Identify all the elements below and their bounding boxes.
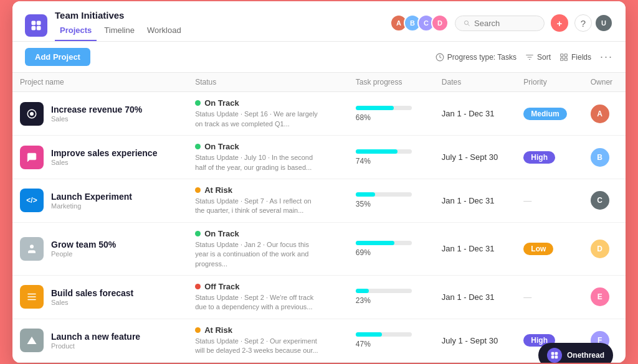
progress-bar-bg-1 <box>356 106 412 110</box>
table-row[interactable]: Improve sales experience Sales On Track … <box>12 136 626 179</box>
add-button[interactable]: + <box>551 14 568 32</box>
project-cell-3[interactable]: </> Launch Experiment Marketing <box>12 179 188 223</box>
svg-rect-18 <box>551 355 555 358</box>
progress-cell-6: 47% <box>348 319 434 362</box>
status-update-5: Status Update · Sept 2 · We're off track… <box>195 293 320 312</box>
status-type-4: On Track <box>204 229 239 238</box>
dates-cell-5: Jan 1 - Dec 31 <box>434 275 517 319</box>
status-type-6: At Risk <box>204 325 232 335</box>
project-cell-5[interactable]: Build sales forecast Sales <box>12 275 188 319</box>
progress-pct-1: 68% <box>356 113 371 122</box>
progress-bar-fill-6 <box>356 332 382 337</box>
project-team-6: Product <box>51 342 140 350</box>
table-row[interactable]: Build sales forecast Sales Off Track Sta… <box>12 275 626 319</box>
table-row[interactable]: Grow team 50% People On Track Status Upd… <box>12 222 626 275</box>
nav-timeline[interactable]: Timeline <box>99 23 140 41</box>
onethread-logo <box>547 348 562 363</box>
status-type-1: On Track <box>204 98 239 108</box>
priority-cell-3: — <box>516 179 583 223</box>
progress-cell-1: 68% <box>348 92 434 136</box>
add-project-button[interactable]: Add Project <box>25 48 90 66</box>
help-button[interactable]: ? <box>574 14 592 32</box>
progress-pct-3: 35% <box>356 200 371 208</box>
owner-avatar-4: D <box>591 240 609 258</box>
header-nav: Projects Timeline Workload <box>55 23 186 41</box>
user-avatar: U <box>594 14 613 32</box>
status-cell-6: At Risk Status Update · Sept 2 · Our exp… <box>188 319 348 362</box>
project-icon-4 <box>20 237 44 261</box>
priority-badge: High <box>523 151 555 164</box>
table-row[interactable]: Launch a new feature Product At Risk Sta… <box>12 319 626 362</box>
svg-rect-2 <box>32 26 36 30</box>
status-dot-6 <box>195 327 201 333</box>
svg-rect-1 <box>37 21 41 26</box>
svg-point-11 <box>30 245 34 248</box>
project-name-3: Launch Experiment <box>51 192 132 202</box>
projects-table: Project name Status Task progress Dates … <box>12 73 626 362</box>
project-team-5: Sales <box>51 299 133 306</box>
priority-cell-2: High <box>516 136 583 179</box>
header-right: A B C D + ? U <box>390 14 613 37</box>
onethread-label: Onethread <box>567 351 604 360</box>
col-priority: Priority <box>516 73 583 92</box>
project-cell-4[interactable]: Grow team 50% People <box>12 222 188 275</box>
project-icon-6 <box>20 329 44 352</box>
progress-bar-bg-2 <box>356 149 412 154</box>
svg-rect-3 <box>37 26 41 30</box>
progress-pct-4: 69% <box>356 248 371 257</box>
project-cell-6[interactable]: Launch a new feature Product <box>12 319 188 362</box>
status-cell-4: On Track Status Update · Jan 2 · Our foc… <box>188 222 348 275</box>
avatar-4: D <box>431 14 449 32</box>
fields-button[interactable]: Fields <box>559 53 591 62</box>
project-icon-3: </> <box>20 189 44 212</box>
nav-projects[interactable]: Projects <box>55 23 97 41</box>
progress-bar-fill-5 <box>356 289 369 293</box>
priority-cell-5: — <box>516 275 583 319</box>
project-cell-2[interactable]: Improve sales experience Sales <box>12 136 188 179</box>
status-dot-5 <box>195 284 201 289</box>
project-name-5: Build sales forecast <box>51 288 133 298</box>
search-input[interactable] <box>474 19 536 28</box>
status-update-6: Status Update · Sept 2 · Our experiment … <box>195 337 320 356</box>
col-dates: Dates <box>434 73 517 92</box>
table-row[interactable]: Increase revenue 70% Sales On Track Stat… <box>12 92 626 136</box>
header: Team Initiatives Projects Timeline Workl… <box>12 1 626 42</box>
progress-type-button[interactable]: Progress type: Tasks <box>436 53 517 62</box>
owner-cell-1: A <box>583 92 626 136</box>
table-row[interactable]: </> Launch Experiment Marketing At Risk … <box>12 179 626 223</box>
toolbar: Add Project Progress type: Tasks Sort Fi… <box>12 42 626 73</box>
owner-avatar-1: A <box>591 105 609 123</box>
sort-button[interactable]: Sort <box>525 53 551 62</box>
onethread-badge[interactable]: Onethread <box>538 343 613 363</box>
status-update-4: Status Update · Jan 2 · Our focus this y… <box>195 240 320 269</box>
toolbar-right: Progress type: Tasks Sort Fields ··· <box>436 50 613 63</box>
progress-bar-bg-3 <box>356 192 412 197</box>
status-dot-1 <box>195 100 201 106</box>
svg-rect-5 <box>561 54 563 57</box>
status-dot-4 <box>195 231 201 236</box>
search-box[interactable] <box>455 16 545 31</box>
nav-workload[interactable]: Workload <box>142 23 186 41</box>
svg-rect-16 <box>551 352 555 355</box>
owner-avatar-3: C <box>591 191 609 210</box>
dates-cell-6: July 1 - Sept 30 <box>434 319 517 362</box>
project-team-3: Marketing <box>51 202 132 210</box>
project-cell-1[interactable]: Increase revenue 70% Sales <box>12 92 188 136</box>
more-button[interactable]: ··· <box>600 50 613 63</box>
col-owner: Owner <box>583 73 626 92</box>
app-logo <box>25 14 47 37</box>
svg-rect-13 <box>27 297 36 298</box>
owner-cell-3: C <box>583 179 626 223</box>
owner-cell-5: E <box>583 275 626 319</box>
progress-bar-fill-4 <box>356 241 394 245</box>
app-title: Team Initiatives <box>55 10 186 21</box>
svg-marker-15 <box>27 337 37 344</box>
col-status: Status <box>188 73 348 92</box>
status-cell-5: Off Track Status Update · Sept 2 · We're… <box>188 275 348 319</box>
progress-bar-fill-1 <box>356 106 394 110</box>
project-icon-5 <box>20 285 44 309</box>
owner-avatar-5: E <box>591 287 609 306</box>
status-type-5: Off Track <box>204 282 239 291</box>
progress-bar-bg-4 <box>356 241 412 245</box>
progress-bar-fill-3 <box>356 192 375 197</box>
